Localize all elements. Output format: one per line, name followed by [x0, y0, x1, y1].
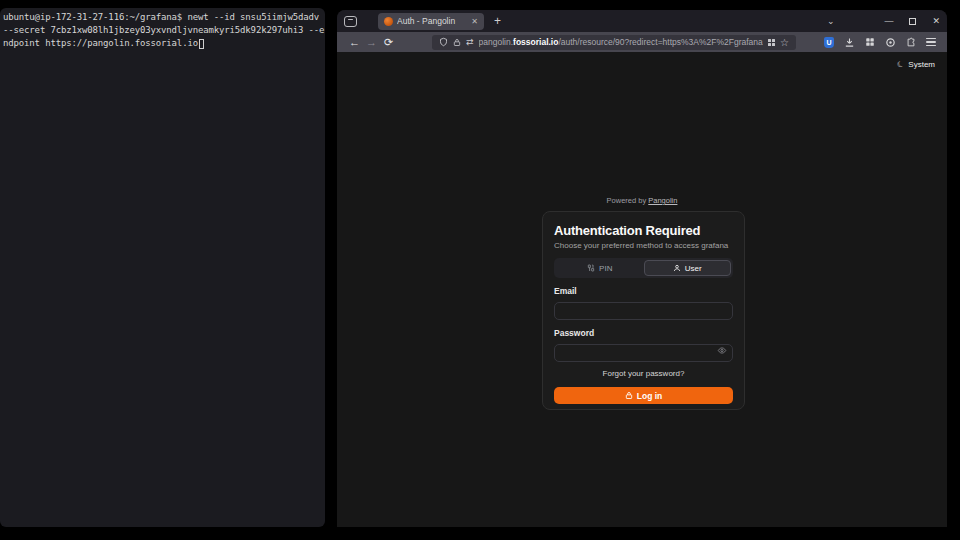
tab-bar: Auth - Pangolin ✕ + ⌄ — ✕: [337, 10, 947, 32]
tab-close-icon[interactable]: ✕: [471, 17, 478, 26]
pangolin-link[interactable]: Pangolin: [648, 196, 677, 205]
tab-pin[interactable]: PIN: [556, 260, 644, 276]
containers-grid-icon[interactable]: [768, 39, 775, 46]
account-icon[interactable]: [885, 37, 896, 48]
pangolin-favicon-icon: [384, 17, 393, 26]
reload-button[interactable]: ⟳: [380, 32, 397, 52]
firefox-view-icon[interactable]: [344, 16, 357, 27]
desktop: ubuntu@ip-172-31-27-116:~/grafana$ newt …: [0, 0, 960, 540]
maximize-button[interactable]: [909, 18, 916, 25]
tab-user[interactable]: User: [644, 260, 732, 276]
theme-toggle[interactable]: ☾ System: [897, 60, 935, 69]
terminal-cursor: [199, 39, 204, 49]
window-close-button[interactable]: ✕: [932, 16, 940, 26]
tab-title: Auth - Pangolin: [397, 16, 467, 26]
terminal-line: --secret 7cbz1xw08lh1jbzey03yxvndljvneam…: [3, 24, 325, 37]
user-icon: [673, 264, 681, 272]
url-text: pangolin.fossorial.io/auth/resource/90?r…: [479, 37, 763, 47]
browser-tab[interactable]: Auth - Pangolin ✕: [378, 13, 484, 30]
toolbar-icons: U: [824, 37, 938, 48]
password-label: Password: [554, 328, 733, 338]
permissions-swap-icon[interactable]: ⇄: [466, 35, 474, 50]
extension-puzzle-icon[interactable]: [906, 37, 916, 48]
minimize-button[interactable]: —: [884, 16, 893, 26]
browser-window: Auth - Pangolin ✕ + ⌄ — ✕ ← → ⟳ ⇄ pangol…: [337, 10, 947, 527]
downloads-icon[interactable]: [844, 37, 855, 48]
method-tabs: PIN User: [554, 258, 733, 278]
theme-label: System: [908, 60, 935, 69]
show-password-eye-icon[interactable]: [717, 346, 727, 355]
forward-button[interactable]: →: [363, 32, 380, 52]
login-lock-icon: [625, 391, 633, 400]
auth-card: Authentication Required Choose your pref…: [542, 211, 745, 410]
url-bar[interactable]: ⇄ pangolin.fossorial.io/auth/resource/90…: [432, 35, 796, 50]
email-field[interactable]: [554, 302, 733, 320]
back-button[interactable]: ←: [346, 32, 363, 52]
email-label: Email: [554, 286, 733, 296]
terminal-line: ndpoint https://pangolin.fossorial.io: [3, 37, 325, 50]
binary-pin-icon: [587, 264, 595, 272]
powered-by: Powered by Pangolin: [337, 196, 947, 205]
tracking-protection-shield-icon[interactable]: [439, 37, 448, 47]
extensions-grid-icon[interactable]: [865, 37, 875, 47]
terminal-line: ubuntu@ip-172-31-27-116:~/grafana$ newt …: [3, 11, 325, 24]
menu-hamburger-icon[interactable]: [926, 38, 936, 46]
moon-icon: ☾: [896, 59, 906, 70]
bookmark-star-icon[interactable]: ☆: [780, 35, 789, 50]
card-subtitle: Choose your preferred method to access g…: [554, 241, 733, 251]
terminal-window[interactable]: ubuntu@ip-172-31-27-116:~/grafana$ newt …: [0, 8, 325, 527]
navigation-toolbar: ← → ⟳ ⇄ pangolin.fossorial.io/auth/resou…: [337, 32, 947, 52]
list-tabs-dropdown-icon[interactable]: ⌄: [827, 16, 835, 26]
forgot-password-link[interactable]: Forgot your password?: [554, 369, 733, 379]
password-field[interactable]: [554, 344, 733, 362]
login-button[interactable]: Log in: [554, 387, 733, 404]
new-tab-button[interactable]: +: [494, 14, 501, 28]
card-title: Authentication Required: [554, 223, 733, 238]
auth-page: ☾ System Powered by Pangolin Authenticat…: [337, 52, 947, 527]
ublock-extension-icon[interactable]: U: [824, 37, 834, 48]
padlock-icon[interactable]: [453, 38, 461, 47]
